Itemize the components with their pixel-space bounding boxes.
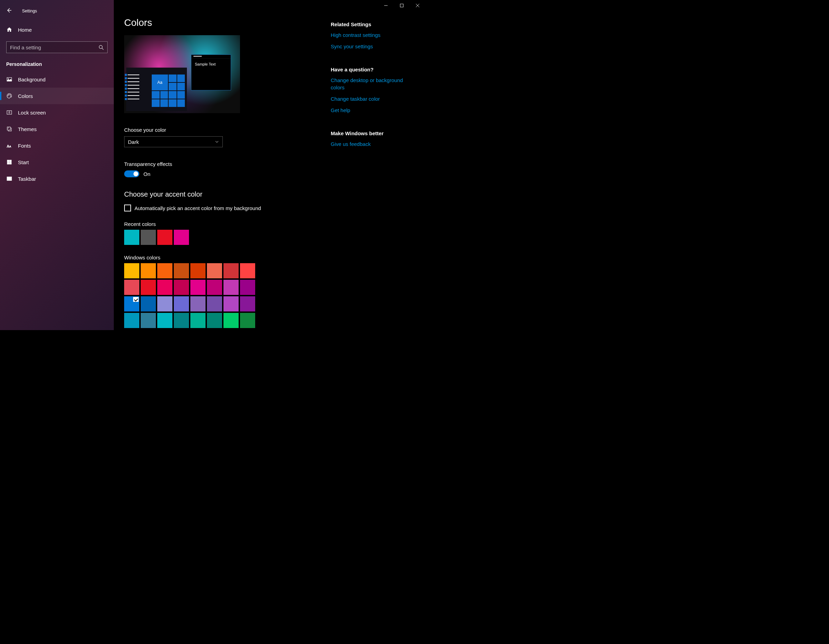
window-controls <box>378 0 426 11</box>
svg-point-7 <box>10 96 11 96</box>
svg-point-0 <box>99 45 102 48</box>
sidebar-item-label: Colors <box>18 93 33 99</box>
color-swatch[interactable] <box>207 296 222 311</box>
sidebar-item-themes[interactable]: Themes <box>0 121 114 137</box>
auto-accent-checkbox[interactable] <box>124 205 131 212</box>
color-swatch[interactable] <box>207 280 222 295</box>
color-swatch[interactable] <box>157 280 172 295</box>
svg-point-3 <box>8 78 9 79</box>
color-swatch[interactable] <box>190 296 205 311</box>
auto-accent-label: Automatically pick an accent color from … <box>134 205 261 211</box>
taskbar-icon <box>6 175 13 182</box>
minimize-button[interactable] <box>378 0 394 11</box>
preview-tile-aa: Aa <box>152 74 168 90</box>
back-button[interactable] <box>6 8 12 14</box>
color-swatch[interactable] <box>174 280 189 295</box>
sidebar-item-label: Start <box>18 159 29 165</box>
link-get-help[interactable]: Get help <box>331 107 415 114</box>
color-swatch[interactable] <box>124 263 139 278</box>
color-swatch[interactable] <box>240 263 255 278</box>
color-swatch[interactable] <box>190 280 205 295</box>
auto-accent-checkbox-row[interactable]: Automatically pick an accent color from … <box>124 205 324 212</box>
preview-sample-window: Sample Text <box>191 55 231 90</box>
color-swatch[interactable] <box>174 296 189 311</box>
color-swatch[interactable] <box>207 263 222 278</box>
svg-point-4 <box>8 95 8 96</box>
sidebar-item-label: Background <box>18 77 46 82</box>
search-input[interactable] <box>10 44 99 51</box>
sidebar-item-start[interactable]: Start <box>0 154 114 170</box>
color-swatch[interactable] <box>240 313 255 328</box>
page-title: Colors <box>124 17 324 28</box>
accent-heading: Choose your accent color <box>124 190 324 198</box>
content-area: Colors Sample Text Aa <box>114 0 426 330</box>
preview-start-menu: Aa <box>126 68 187 111</box>
svg-rect-9 <box>9 112 10 113</box>
fonts-icon: AA <box>6 142 13 149</box>
link-high-contrast[interactable]: High contrast settings <box>331 32 415 39</box>
color-swatch[interactable] <box>174 230 189 245</box>
color-swatch[interactable] <box>224 296 239 311</box>
sidebar-item-taskbar[interactable]: Taskbar <box>0 170 114 187</box>
related-settings-title: Related Settings <box>331 21 415 27</box>
picture-icon <box>6 76 13 82</box>
close-icon <box>416 4 419 7</box>
link-give-feedback[interactable]: Give us feedback <box>331 140 415 148</box>
choose-color-value: Dark <box>128 139 139 145</box>
link-sync-settings[interactable]: Sync your settings <box>331 43 415 50</box>
close-button[interactable] <box>410 0 426 11</box>
recent-colors-label: Recent colors <box>124 221 324 227</box>
color-swatch[interactable] <box>124 280 139 295</box>
transparency-state: On <box>143 171 150 177</box>
back-arrow-icon <box>6 8 12 13</box>
sidebar-item-background[interactable]: Background <box>0 71 114 88</box>
color-swatch[interactable] <box>141 230 156 245</box>
color-swatch[interactable] <box>141 280 156 295</box>
choose-color-dropdown[interactable]: Dark <box>124 136 223 147</box>
search-box[interactable] <box>6 41 107 53</box>
color-swatch[interactable] <box>141 296 156 311</box>
sidebar-item-label: Taskbar <box>18 176 36 182</box>
svg-rect-14 <box>9 160 11 162</box>
color-swatch[interactable] <box>190 313 205 328</box>
color-swatch[interactable] <box>157 296 172 311</box>
preview-sample-text: Sample Text <box>191 58 231 69</box>
color-swatch[interactable] <box>157 230 172 245</box>
sidebar-item-label: Fonts <box>18 143 31 149</box>
windows-colors-label: Windows colors <box>124 254 324 260</box>
color-swatch[interactable] <box>224 280 239 295</box>
make-better-title: Make Windows better <box>331 130 415 136</box>
color-swatch[interactable] <box>224 263 239 278</box>
color-swatch[interactable] <box>174 313 189 328</box>
svg-point-6 <box>9 95 10 95</box>
color-swatch[interactable] <box>224 313 239 328</box>
maximize-button[interactable] <box>394 0 410 11</box>
transparency-toggle[interactable] <box>124 170 139 177</box>
color-swatch[interactable] <box>240 280 255 295</box>
link-change-desktop-colors[interactable]: Change desktop or background colors <box>331 77 415 91</box>
color-swatch[interactable] <box>141 263 156 278</box>
home-button[interactable]: Home <box>0 22 114 37</box>
home-icon <box>6 27 13 33</box>
color-swatch[interactable] <box>124 313 139 328</box>
color-swatch[interactable] <box>124 230 139 245</box>
color-swatch[interactable] <box>190 263 205 278</box>
sidebar-item-colors[interactable]: Colors <box>0 88 114 104</box>
color-swatch[interactable] <box>157 263 172 278</box>
color-swatch[interactable] <box>207 313 222 328</box>
color-swatch[interactable] <box>157 313 172 328</box>
sidebar-item-fonts[interactable]: AA Fonts <box>0 137 114 154</box>
themes-icon <box>6 126 13 132</box>
color-swatch[interactable] <box>240 296 255 311</box>
link-change-taskbar-color[interactable]: Change taskbar color <box>331 95 415 103</box>
color-preview: Sample Text Aa <box>124 35 240 113</box>
have-question-title: Have a question? <box>331 66 415 73</box>
color-swatch[interactable] <box>174 263 189 278</box>
color-swatch[interactable] <box>124 296 139 311</box>
app-title: Settings <box>22 9 37 13</box>
transparency-label: Transparency effects <box>124 161 324 167</box>
svg-line-1 <box>102 48 104 49</box>
sidebar-item-lock-screen[interactable]: Lock screen <box>0 104 114 121</box>
color-swatch[interactable] <box>141 313 156 328</box>
choose-color-label: Choose your color <box>124 127 324 133</box>
